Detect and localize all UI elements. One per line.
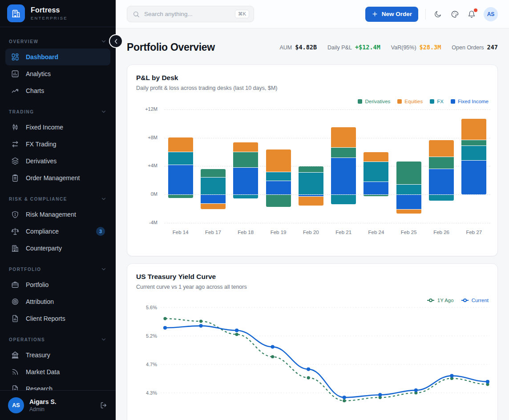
grid-icon — [11, 52, 20, 61]
bar-segment[interactable] — [461, 161, 486, 194]
bar-segment[interactable] — [396, 195, 421, 209]
legend-item-fixed-income[interactable]: Fixed Income — [451, 99, 489, 104]
bell-icon[interactable] — [467, 9, 477, 19]
bar-segment[interactable] — [364, 162, 388, 182]
bar-segment[interactable] — [429, 140, 454, 157]
sidebar-item-attribution[interactable]: Attribution — [5, 293, 110, 310]
bar-segment[interactable] — [299, 197, 323, 206]
bar-segment[interactable] — [331, 127, 356, 147]
bar-segment[interactable] — [364, 152, 388, 162]
palette-icon[interactable] — [450, 9, 460, 19]
data-point[interactable] — [343, 396, 346, 399]
sidebar-item-dashboard[interactable]: Dashboard — [5, 48, 110, 65]
sidebar-item-fixed-income[interactable]: Fixed Income — [5, 119, 110, 136]
bar-segment[interactable] — [299, 173, 323, 194]
bar-segment[interactable] — [168, 195, 193, 198]
new-order-button[interactable]: New Order — [365, 7, 418, 22]
legend-item-current[interactable]: Current — [461, 298, 489, 303]
legend-item-fx[interactable]: FX — [430, 99, 444, 104]
sidebar-item-risk-management[interactable]: Risk Management — [5, 206, 110, 223]
legend-item-1y-ago[interactable]: 1Y Ago — [427, 298, 454, 303]
bar-segment[interactable] — [168, 152, 193, 165]
sidebar-item-charts[interactable]: Charts — [5, 82, 110, 99]
sidebar-item-derivatives[interactable]: Derivatives — [5, 153, 110, 170]
bar-segment[interactable] — [233, 168, 258, 194]
legend-line-marker — [427, 298, 435, 303]
bar-segment[interactable] — [168, 165, 193, 194]
bar-segment[interactable] — [331, 158, 356, 194]
bar-segment[interactable] — [461, 146, 486, 160]
legend-item-derivatives[interactable]: Derivatives — [358, 99, 390, 104]
bar-segment[interactable] — [266, 149, 291, 172]
data-point[interactable] — [235, 333, 238, 336]
bar-segment[interactable] — [299, 166, 323, 172]
bar-segment[interactable] — [266, 195, 291, 207]
data-point[interactable] — [486, 380, 489, 384]
bar-segment[interactable] — [331, 148, 356, 157]
data-point[interactable] — [199, 324, 202, 327]
sidebar-item-analytics[interactable]: Analytics — [5, 65, 110, 82]
data-point[interactable] — [307, 376, 310, 379]
brand-logo-icon[interactable] — [7, 4, 25, 22]
bar-segment[interactable] — [331, 195, 356, 204]
data-point[interactable] — [235, 329, 238, 332]
yield-line-chart-svg: 5.6%5.2%4.7%4.3% — [136, 305, 489, 416]
data-point[interactable] — [271, 355, 274, 358]
sidebar-item-compliance[interactable]: Compliance3 — [5, 223, 110, 240]
bar-segment[interactable] — [429, 169, 454, 194]
data-point[interactable] — [271, 345, 275, 349]
bar-segment[interactable] — [266, 172, 291, 181]
sidebar-item-fx-trading[interactable]: FX Trading — [5, 136, 110, 153]
bar-segment[interactable] — [233, 152, 258, 167]
sidebar-collapse-button[interactable] — [110, 35, 122, 47]
bar-segment[interactable] — [461, 140, 486, 145]
sidebar-item-order-management[interactable]: Order Management — [5, 170, 110, 186]
bar-segment[interactable] — [396, 185, 421, 194]
data-point[interactable] — [343, 399, 346, 402]
data-point[interactable] — [307, 368, 310, 371]
bar-segment[interactable] — [201, 195, 226, 204]
nav-section-header[interactable]: PORTFOLIO — [9, 266, 107, 272]
bar-segment[interactable] — [201, 169, 226, 177]
sidebar-item-market-data[interactable]: Market Data — [5, 363, 110, 380]
legend-item-equities[interactable]: Equities — [397, 99, 423, 104]
sidebar-item-treasury[interactable]: Treasury — [5, 347, 110, 363]
data-point[interactable] — [450, 374, 453, 378]
bar-segment[interactable] — [364, 182, 388, 194]
topbar-avatar[interactable]: AS — [484, 7, 498, 21]
bar-segment[interactable] — [233, 142, 258, 152]
data-point[interactable] — [199, 319, 202, 323]
data-point[interactable] — [163, 326, 167, 330]
sidebar-item-counterparty[interactable]: Counterparty — [5, 240, 110, 257]
bar-segment[interactable] — [201, 204, 226, 209]
bar-segment[interactable] — [266, 181, 291, 194]
nav-section-header[interactable]: RISK & COMPLIANCE — [9, 196, 107, 202]
legend-swatch — [451, 99, 455, 104]
bar-segment[interactable] — [429, 195, 454, 201]
bar-segment[interactable] — [168, 137, 193, 152]
data-point[interactable] — [378, 393, 382, 396]
moon-icon[interactable] — [433, 9, 443, 19]
bar-segment[interactable] — [396, 162, 421, 185]
nav-section-header[interactable]: TRADING — [9, 109, 107, 115]
bar-segment[interactable] — [201, 178, 226, 194]
sidebar-item-client-reports[interactable]: Client Reports — [5, 310, 110, 327]
data-point[interactable] — [414, 388, 418, 392]
y-axis-tick: 5.2% — [146, 333, 157, 339]
legend-label: Derivatives — [365, 99, 390, 104]
search-input[interactable]: Search anything... ⌘K — [127, 6, 254, 22]
bar-segment[interactable] — [233, 195, 258, 199]
bar-segment[interactable] — [461, 119, 486, 140]
sidebar-item-portfolio[interactable]: Portfolio — [5, 276, 110, 293]
bar-segment[interactable] — [299, 195, 323, 197]
brand-name: Fortress — [31, 6, 68, 14]
sidebar-user[interactable]: AS Aigars S. Admin — [0, 390, 116, 420]
nav-section-header[interactable]: OVERVIEW — [9, 38, 107, 44]
bar-segment[interactable] — [396, 210, 421, 214]
logout-icon[interactable] — [100, 401, 108, 409]
nav-section-header[interactable]: OPERATIONS — [9, 336, 107, 343]
data-point[interactable] — [163, 317, 166, 320]
bar-segment[interactable] — [429, 157, 454, 169]
bar-segment[interactable] — [364, 195, 388, 197]
compliance-badge: 3 — [96, 227, 105, 236]
